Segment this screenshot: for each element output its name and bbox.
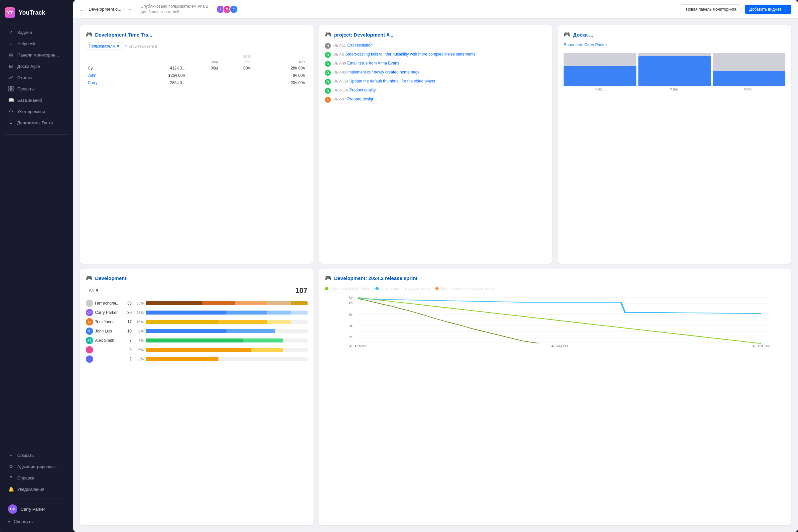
svg-text:6: 6 [348,313,353,316]
svg-rect-0 [8,87,11,89]
bar-blue [564,66,636,86]
widget-icon: 🎮 [325,31,331,38]
widget-development: 🎮 Development All ▼ 107 Нет исполн... 35… [80,269,314,526]
group-label: сгруппировать п [129,44,157,48]
svg-rect-3 [11,89,13,91]
legend-dot-green [325,287,328,290]
filter-all-button[interactable]: All ▼ [86,287,102,294]
chart-legend: Идеальный Burndown Оставшиеся трудозатра… [325,286,785,291]
bar-group: Испр... [713,53,785,91]
chevron-down-icon: ⌄ [123,7,126,11]
list-item: AS Alex Smith 7 7% [86,337,307,344]
widget-time-tracking: 🎮 Development Time Tra... Пользователи ▼… [80,25,314,264]
breadcrumb-more[interactable]: ··· [128,7,131,12]
table-row: Carry 286ч 0... 20ч 00м [86,79,307,87]
bar-gray [713,53,785,71]
main-content: ... / Development d... ⌄ ··· Опубликован… [73,0,798,532]
logo-area[interactable]: YT YouTrack [5,5,69,20]
sidebar-item-helpdesk[interactable]: ○ Helpdesk [5,38,69,49]
users-filter-button[interactable]: Пользователи ▼ [86,42,123,50]
sidebar-item-tasks[interactable]: ✓ Задачи [5,26,69,38]
svg-rect-2 [8,89,11,91]
header-meta: Опубликовано пользователем Ana В. для 3 … [141,4,209,15]
chevron-down-icon: ▼ [116,44,120,49]
bar-gray [564,53,636,66]
header-actions: Новая панель мониторинга Добавить виджет… [681,4,791,14]
board-owner: Владелец: Carry Parker [564,42,785,47]
chevron-down-icon: ⌄ [783,7,787,12]
sidebar-item-reports[interactable]: Отчеты [5,72,69,83]
widget-header: 🎮 Development Time Tra... [86,31,307,38]
svg-text:1 янв: 1 янв [752,344,770,347]
avatar: CP [86,309,93,316]
sidebar-item-admin[interactable]: ⚙ Администрирован... [5,461,69,472]
widget-icon: 🎮 [564,31,570,38]
help-icon: ? [8,475,14,481]
projects-icon [8,86,14,92]
sidebar-item-notifications[interactable]: 🔔 Уведомления [5,483,69,495]
widget-issues: 🎮 project: Development #... H DEV-11Call… [319,25,553,264]
svg-text:1 ноя: 1 ноя [348,344,367,347]
widget-title[interactable]: Доска ... [573,32,593,38]
bar-group: Разра... [639,53,711,91]
sidebar-bottom: + Создать ⚙ Администрирован... ? Справка… [0,447,73,532]
status-badge: O [325,79,331,85]
table-row: John 126ч 00м 8ч 00м [86,72,307,79]
logo-text: YouTrack [19,9,45,16]
sidebar-item-dashboards[interactable]: ◎ Панели мониторин... [5,49,69,60]
breadcrumb-current[interactable]: Development d... ⌄ [89,7,125,12]
widget-header: 🎮 project: Development #... [325,31,547,38]
chevron-down-icon: ▼ [95,288,99,293]
filter-row: Пользователи ▼ » сгруппировать п [86,42,307,50]
svg-text:8: 8 [348,302,353,305]
add-widget-button[interactable]: Добавить виджет ⌄ [745,5,791,14]
chart-area: 9 8 6 4 2 1 ноя 1 дек 1 янв [325,294,785,354]
gear-icon: ⚙ [8,463,14,470]
avatar [86,300,93,307]
breadcrumb: ... / Development d... ⌄ ··· [80,7,131,12]
svg-text:2: 2 [348,336,353,339]
forward-icon: » [125,44,127,49]
avatar: AS [86,337,93,344]
widget-icon: 🎮 [86,31,92,38]
breadcrumb-dots[interactable]: ... [80,7,83,12]
widget-sprint: 🎮 Development: 2024.2 release sprint Иде… [319,269,791,526]
bell-icon: 🔔 [8,486,14,492]
sidebar-item-create[interactable]: + Создать [5,450,69,461]
widget-title[interactable]: Development Time Tra... [95,32,152,38]
dashboard-icon: ◎ [8,52,14,58]
widget-icon: 🎮 [325,275,331,282]
avatar [86,356,93,363]
header-avatars: A B C [216,5,238,14]
widget-header: 🎮 Доска ... [564,31,785,38]
bar-gray [639,53,711,56]
list-item: 2 2% [86,356,307,363]
widget-title[interactable]: Development [95,275,126,281]
stat-header: All ▼ 107 [86,286,307,295]
list-item: O DEV-114Update the default thumbnail fo… [325,78,547,85]
bar-track [146,357,307,361]
agile-icon: ⊞ [8,63,14,69]
widget-icon: 🎮 [86,275,92,282]
bar-group: Откр... [564,53,636,91]
collapse-button[interactable]: « Свернуть [5,516,69,527]
list-item: C DEV-97Prepare design [325,96,547,103]
sidebar-item-timelog[interactable]: ⏱ Учет времени [5,106,69,117]
sidebar-top: YT YouTrack ✓ Задачи ○ Helpdesk ◎ Панели… [0,0,73,131]
bar-blue [639,56,711,86]
sidebar-item-knowledge[interactable]: 📖 База знаний [5,94,69,106]
sidebar-item-gantt[interactable]: ≡ Диаграммы Ганта [5,117,69,128]
user-area[interactable]: CP Carry Parker [5,502,69,516]
list-item: O DEV-30Email issue from Anna Evans [325,60,547,67]
widget-title[interactable]: Development: 2024.2 release sprint [334,275,418,281]
sidebar-item-help[interactable]: ? Справка [5,472,69,483]
new-dashboard-button[interactable]: Новая панель мониторинга [681,4,741,14]
list-item: Нет исполн... 35 33% [86,300,307,307]
sidebar-item-agile[interactable]: ⊞ Доски Agile [5,60,69,72]
dashboard-grid: 🎮 Development Time Tra... Пользователи ▼… [73,19,798,532]
bar-blue [713,71,785,86]
sidebar-item-projects[interactable]: Проекты [5,83,69,94]
widget-title[interactable]: project: Development #... [334,32,393,38]
legend-dot-blue [375,287,379,290]
list-item: O DEV-2Smart-casting fails to infer null… [325,52,547,58]
